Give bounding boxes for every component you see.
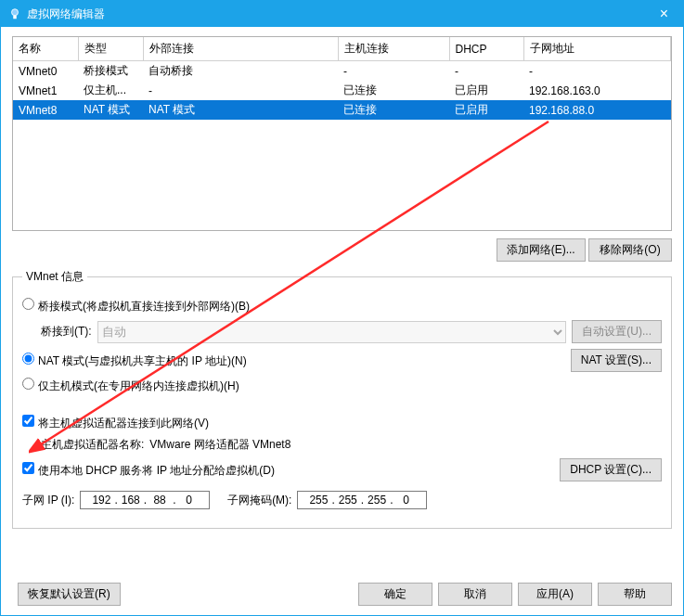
column-header[interactable]: 类型 [78,37,143,61]
ok-button[interactable]: 确定 [358,583,432,606]
subnet-ip-input[interactable]: 192 168 88 0 [80,491,210,509]
add-network-button[interactable]: 添加网络(E)... [497,238,586,262]
table-row[interactable]: VMnet1仅主机...-已连接已启用192.168.163.0 [13,81,671,100]
svg-rect-1 [13,16,17,19]
nat-radio[interactable]: NAT 模式(与虚拟机共享主机的 IP 地址)(N) [22,353,247,369]
vmnet-info-legend: VMnet 信息 [22,269,87,285]
dhcp-settings-button[interactable]: DHCP 设置(C)... [560,458,662,481]
remove-network-button[interactable]: 移除网络(O) [588,238,672,262]
hostonly-radio[interactable]: 仅主机模式(在专用网络内连接虚拟机)(H) [22,378,239,394]
apply-button[interactable]: 应用(A) [518,583,592,606]
bridged-to-select: 自动 [97,321,567,343]
subnet-ip-label: 子网 IP (I): [22,493,74,508]
column-header[interactable]: 外部连接 [143,37,338,61]
column-header[interactable]: 子网地址 [523,37,671,61]
auto-settings-button: 自动设置(U)... [572,320,662,343]
svg-point-0 [12,9,19,16]
subnet-mask-label: 子网掩码(M): [227,493,291,508]
adapter-name-label: 主机虚拟适配器名称: [41,437,144,453]
window-title: 虚拟网络编辑器 [27,6,105,22]
close-icon[interactable]: × [652,6,676,22]
cancel-button[interactable]: 取消 [438,583,512,606]
subnet-mask-input[interactable]: 255 255 255 0 [297,491,427,509]
help-button[interactable]: 帮助 [598,583,672,606]
network-table[interactable]: 名称类型外部连接主机连接DHCP子网地址 VMnet0桥接模式自动桥接---VM… [12,36,672,231]
column-header[interactable]: 主机连接 [338,37,449,61]
window-frame: 虚拟网络编辑器 × 名称类型外部连接主机连接DHCP子网地址 VMnet0桥接模… [0,0,684,616]
column-header[interactable]: 名称 [13,37,78,61]
bridged-radio[interactable]: 桥接模式(将虚拟机直接连接到外部网络)(B) [22,298,250,314]
nat-settings-button[interactable]: NAT 设置(S)... [571,349,662,372]
app-icon [8,7,21,20]
vmnet-info-group: VMnet 信息 桥接模式(将虚拟机直接连接到外部网络)(B) 桥接到(T): … [12,269,672,529]
dialog-footer: 恢复默认设置(R) 确定 取消 应用(A) 帮助 [12,583,672,606]
table-row[interactable]: VMnet0桥接模式自动桥接--- [13,61,671,82]
table-row[interactable]: VMnet8NAT 模式NAT 模式已连接已启用192.168.88.0 [13,100,671,120]
bridged-to-label: 桥接到(T): [41,324,92,340]
connect-host-checkbox[interactable]: 将主机虚拟适配器连接到此网络(V) [22,415,209,431]
restore-defaults-button[interactable]: 恢复默认设置(R) [18,583,121,606]
column-header[interactable]: DHCP [449,37,523,61]
adapter-name-value: VMware 网络适配器 VMnet8 [149,437,290,453]
title-bar: 虚拟网络编辑器 × [1,1,683,27]
dhcp-checkbox[interactable]: 使用本地 DHCP 服务将 IP 地址分配给虚拟机(D) [22,462,275,479]
client-area: 名称类型外部连接主机连接DHCP子网地址 VMnet0桥接模式自动桥接---VM… [1,27,683,547]
